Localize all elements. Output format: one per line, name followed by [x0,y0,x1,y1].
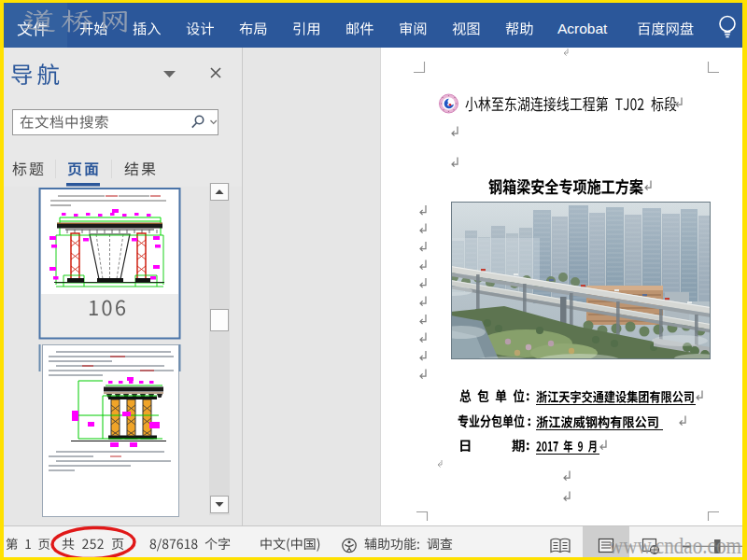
svg-text:Acrobat: Acrobat [557,21,608,36]
